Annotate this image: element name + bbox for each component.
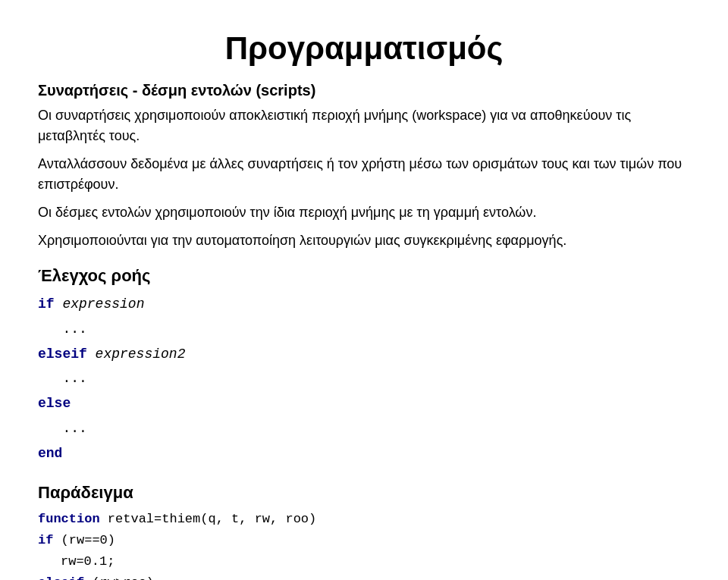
flow-control-heading: Έλεγχος ροής xyxy=(38,266,690,286)
code-line-elseif: elseif expression2 xyxy=(38,343,690,365)
dots2: ... xyxy=(38,371,87,386)
code-line-else: else xyxy=(38,393,690,415)
expr-elseif: expression2 xyxy=(87,346,186,362)
ex-if-cond: (rw==0) xyxy=(53,533,115,547)
keyword-elseif: elseif xyxy=(38,346,87,362)
para1: Οι συναρτήσεις χρησιμοποιούν αποκλειστικ… xyxy=(38,105,690,146)
example-code-block: function retval=thiem(q, t, rw, roo) if … xyxy=(38,509,690,580)
ex-line-2: if (rw==0) xyxy=(38,530,690,551)
code-line-dots1: ... xyxy=(38,318,690,340)
kw-elseif: elseif xyxy=(38,575,84,580)
keyword-else: else xyxy=(38,396,71,411)
section-heading: Συναρτήσεις - δέσμη εντολών (scripts) xyxy=(38,82,690,99)
flow-control-code: if expression ... elseif expression2 ...… xyxy=(38,293,690,465)
ex-rw-assign: rw=0.1; xyxy=(61,554,115,569)
ex-func-sig: retval=thiem(q, t, rw, roo) xyxy=(100,512,317,526)
ex-line-1: function retval=thiem(q, t, rw, roo) xyxy=(38,509,690,530)
ex-line-3: rw=0.1; xyxy=(61,551,690,572)
para4: Χρησιμοποιούνται για την αυτοματοποίηση … xyxy=(38,230,690,251)
dots3: ... xyxy=(38,421,87,436)
keyword-if: if xyxy=(38,296,55,312)
ex-line-4: elseif (rw>roo) xyxy=(38,572,690,580)
para3: Οι δέσμες εντολών χρησιμοποιούν την ίδια… xyxy=(38,202,690,223)
code-line-dots2: ... xyxy=(38,368,690,390)
keyword-end-flow: end xyxy=(38,446,62,461)
code-line-end-flow: end xyxy=(38,443,690,465)
kw-if: if xyxy=(38,533,53,547)
para2: Ανταλλάσσουν δεδομένα με άλλες συναρτήσε… xyxy=(38,154,690,195)
ex-elseif-cond: (rw>roo) xyxy=(84,575,154,580)
page-title: Προγραμματισμός xyxy=(38,30,690,67)
kw-function: function xyxy=(38,512,100,526)
expr-if: expression xyxy=(55,296,145,312)
example-heading: Παράδειγμα xyxy=(38,483,690,503)
code-line-dots3: ... xyxy=(38,418,690,440)
code-line-if: if expression xyxy=(38,293,690,315)
dots1: ... xyxy=(38,321,87,337)
